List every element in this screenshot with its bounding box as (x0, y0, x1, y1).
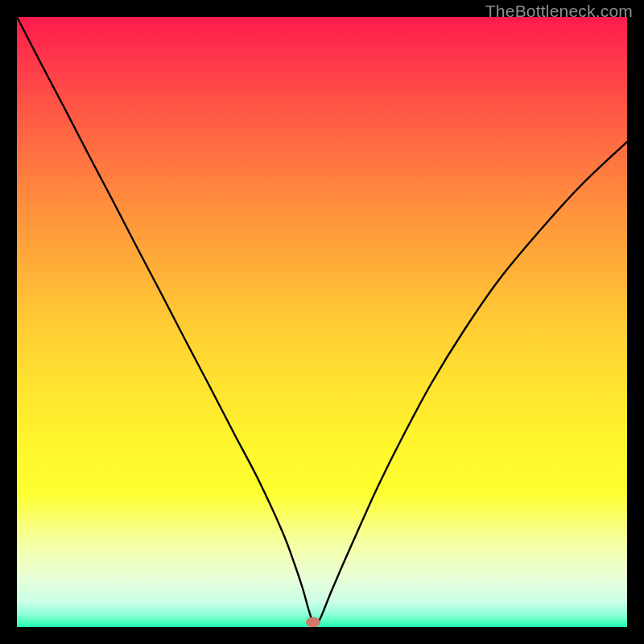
plot-area (17, 17, 627, 627)
chart-frame: TheBottleneck.com (0, 0, 644, 644)
background-gradient (17, 17, 627, 627)
watermark-text: TheBottleneck.com (485, 2, 633, 21)
optimal-marker (306, 617, 320, 627)
